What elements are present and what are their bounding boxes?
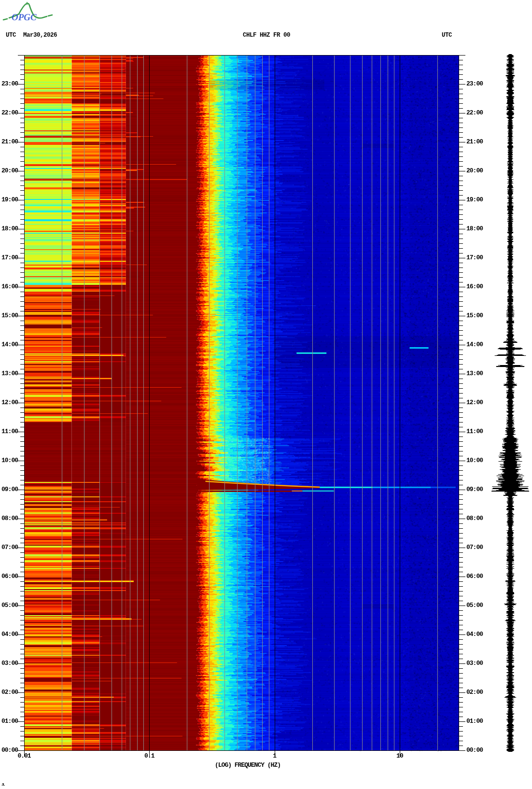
y-axis-hour-label-left: 02:00 <box>0 689 18 696</box>
y-axis-hour-label-left: 10:00 <box>0 457 18 464</box>
y-axis-hour-label-right: 18:00 <box>466 225 483 232</box>
y-axis-hour-label-right: 06:00 <box>466 573 483 580</box>
y-axis-hour-label-left: 06:00 <box>0 573 18 580</box>
y-axis-hour-label-left: 01:00 <box>0 718 18 725</box>
y-axis-hour-label-right: 03:00 <box>466 660 483 667</box>
y-axis-hour-label-left: 05:00 <box>0 602 18 609</box>
y-axis-hour-label-left: 15:00 <box>0 312 18 319</box>
y-axis-hour-label-left: 14:00 <box>0 341 18 348</box>
y-axis-hour-label-right: 05:00 <box>466 602 483 609</box>
y-axis-hour-label-left: 19:00 <box>0 197 18 203</box>
y-axis-hour-label-right: 19:00 <box>466 197 483 203</box>
y-axis-hour-label-right: 21:00 <box>466 139 483 145</box>
y-axis-hour-label-left: 09:00 <box>0 486 18 493</box>
x-axis-tick-label: 1 <box>260 753 289 760</box>
x-axis-tick-label: 0.01 <box>10 753 39 760</box>
x-axis-tick-label: 10 <box>385 753 414 760</box>
header-tz-left: UTC <box>6 32 16 39</box>
y-axis-hour-label-left: 17:00 <box>0 254 18 261</box>
y-axis-hour-label-left: 07:00 <box>0 544 18 551</box>
y-axis-hour-label-left: 11:00 <box>0 428 18 435</box>
y-axis-hour-label-right: 00:00 <box>466 747 483 754</box>
y-axis-hour-label-right: 13:00 <box>466 370 483 377</box>
spectrogram-page: OPGC UTC Mar30,2026 CHLF HHZ FR 00 UTC 0… <box>0 0 532 789</box>
y-axis-hour-label-left: 04:00 <box>0 631 18 638</box>
y-axis-hour-label-right: 16:00 <box>466 283 483 290</box>
y-axis-hour-label-right: 17:00 <box>466 254 483 261</box>
y-axis-hour-label-right: 09:00 <box>466 486 483 493</box>
y-axis-hour-label-left: 20:00 <box>0 168 18 174</box>
x-axis-title: (LOG) FREQUENCY (HZ) <box>166 762 330 769</box>
y-axis-hour-label-left: 21:00 <box>0 139 18 145</box>
y-axis-hour-label-right: 01:00 <box>466 718 483 725</box>
y-axis-hour-label-right: 04:00 <box>466 631 483 638</box>
y-axis-hour-label-right: 07:00 <box>466 544 483 551</box>
y-axis-hour-label-right: 10:00 <box>466 457 483 464</box>
y-axis-hour-label-left: 16:00 <box>0 283 18 290</box>
x-axis-tick-label: 0.1 <box>135 753 164 760</box>
page-title: CHLF HHZ FR 00 <box>194 32 339 39</box>
y-axis-hour-label-right: 14:00 <box>466 341 483 348</box>
y-axis-hour-label-right: 20:00 <box>466 168 483 174</box>
y-axis-hour-label-left: 12:00 <box>0 399 18 406</box>
logo-text: OPGC <box>12 12 37 22</box>
y-axis-hour-label-left: 08:00 <box>0 515 18 522</box>
y-axis-hour-label-left: 18:00 <box>0 225 18 232</box>
y-axis-hour-label-right: 23:00 <box>466 81 483 87</box>
y-axis-hour-label-right: 15:00 <box>466 312 483 319</box>
y-axis-hour-label-left: 03:00 <box>0 660 18 667</box>
opgc-logo: OPGC <box>2 1 56 24</box>
y-axis-hour-label-left: 13:00 <box>0 370 18 377</box>
header-date: Mar30,2026 <box>23 32 57 39</box>
y-axis-hour-label-left: 22:00 <box>0 110 18 116</box>
corner-mark: JL <box>1 781 4 788</box>
y-axis-hour-label-right: 12:00 <box>466 399 483 406</box>
y-axis-hour-label-left: 23:00 <box>0 81 18 87</box>
y-axis-hour-label-right: 22:00 <box>466 110 483 116</box>
y-axis-hour-label-right: 08:00 <box>466 515 483 522</box>
header-tz-right: UTC <box>442 32 452 39</box>
y-axis-hour-label-right: 11:00 <box>466 428 483 435</box>
y-axis-hour-label-right: 02:00 <box>466 689 483 696</box>
spectrogram-canvas <box>0 0 532 789</box>
